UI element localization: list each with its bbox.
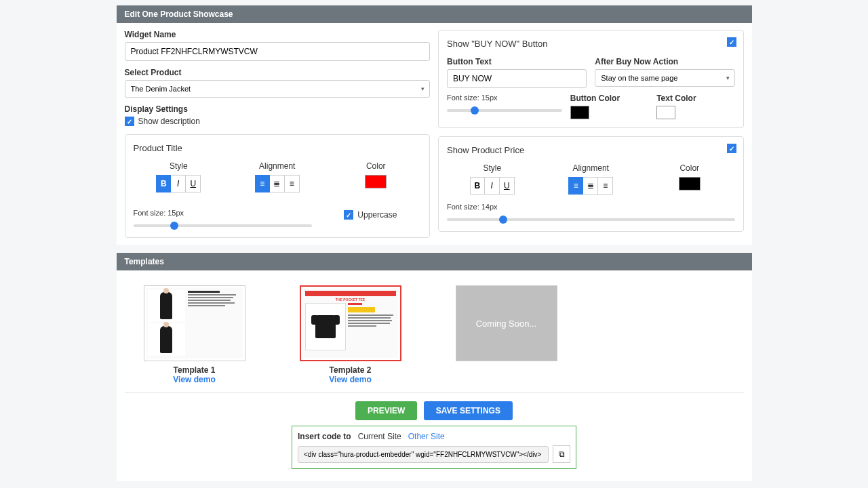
pp-fontsize-slider[interactable] <box>447 218 735 221</box>
button-color-label: Button Color <box>570 94 648 103</box>
template-1-name: Template 1 <box>144 365 245 375</box>
template-2-thumb[interactable]: THE POCKET TEE <box>300 285 401 361</box>
pp-color-label: Color <box>644 163 735 173</box>
pp-fontsize-label: Font size: 14px <box>447 203 735 211</box>
pt-color-swatch[interactable] <box>365 175 387 188</box>
pp-underline-button[interactable]: U <box>500 177 515 195</box>
embed-code-input[interactable] <box>298 446 549 463</box>
button-text-input[interactable] <box>447 69 587 88</box>
display-settings-label: Display Settings <box>125 104 431 114</box>
pt-uppercase-checkbox[interactable] <box>344 210 353 220</box>
pt-align-left-button[interactable]: ≡ <box>255 175 270 192</box>
save-settings-button[interactable]: SAVE SETTINGS <box>424 401 513 420</box>
preview-button[interactable]: PREVIEW <box>355 401 417 420</box>
pt-fontsize-label: Font size: 15px <box>134 209 312 217</box>
text-color-label: Text Color <box>656 94 734 103</box>
pp-style-label: Style <box>447 163 538 173</box>
pp-align-center-button[interactable]: ≣ <box>583 177 598 195</box>
after-action-label: After Buy Now Action <box>595 57 734 66</box>
insert-code-label: Insert code to <box>298 432 351 441</box>
page-title: Edit One Product Showcase <box>117 5 752 23</box>
template-1-thumb[interactable] <box>144 285 245 361</box>
pp-bold-button[interactable]: B <box>470 177 485 195</box>
buynow-fontsize-slider[interactable] <box>447 109 562 112</box>
template-2-demo-link[interactable]: View demo <box>300 375 401 384</box>
tab-other-site[interactable]: Other Site <box>408 432 445 441</box>
button-color-swatch[interactable] <box>570 106 589 119</box>
select-product-dropdown[interactable]: The Denim Jacket <box>125 80 431 98</box>
templates-header: Templates <box>117 253 752 270</box>
show-description-checkbox[interactable] <box>125 117 134 126</box>
show-description-label: Show description <box>138 117 200 126</box>
buynow-card-title: Show "BUY NOW" Button <box>447 39 735 49</box>
template-coming-soon: Coming Soon... <box>456 285 557 361</box>
pt-uppercase-label: Uppercase <box>357 210 397 220</box>
pt-italic-button[interactable]: I <box>171 175 186 192</box>
pt-color-label: Color <box>331 161 422 171</box>
pp-align-right-button[interactable]: ≡ <box>598 177 613 195</box>
pp-color-swatch[interactable] <box>679 177 701 190</box>
buynow-toggle-checkbox[interactable] <box>727 37 736 47</box>
pt-bold-button[interactable]: B <box>156 175 171 192</box>
pt-align-right-button[interactable]: ≡ <box>285 175 300 192</box>
tab-current-site[interactable]: Current Site <box>358 432 401 441</box>
pp-italic-button[interactable]: I <box>485 177 500 195</box>
button-text-label: Button Text <box>447 57 587 66</box>
copy-code-button[interactable]: ⧉ <box>553 445 570 463</box>
product-title-card-title: Product Title <box>134 143 422 153</box>
text-color-swatch[interactable] <box>656 106 675 119</box>
widget-name-input[interactable] <box>125 42 431 61</box>
buynow-fontsize-label: Font size: 15px <box>447 94 562 102</box>
after-action-select[interactable]: Stay on the same page <box>595 69 734 87</box>
template-1-demo-link[interactable]: View demo <box>144 375 245 384</box>
pp-align-left-button[interactable]: ≡ <box>568 177 583 195</box>
pt-alignment-label: Alignment <box>232 161 323 171</box>
pt-style-label: Style <box>134 161 224 171</box>
pp-alignment-label: Alignment <box>546 163 637 173</box>
pt-underline-button[interactable]: U <box>186 175 201 192</box>
copy-icon: ⧉ <box>559 449 565 459</box>
template-2-name: Template 2 <box>300 365 401 375</box>
pt-align-center-button[interactable]: ≣ <box>270 175 285 192</box>
widget-name-label: Widget Name <box>125 30 431 39</box>
select-product-label: Select Product <box>125 68 431 77</box>
price-card-title: Show Product Price <box>447 145 735 155</box>
price-toggle-checkbox[interactable] <box>727 144 736 153</box>
pt-fontsize-slider[interactable] <box>134 224 312 227</box>
